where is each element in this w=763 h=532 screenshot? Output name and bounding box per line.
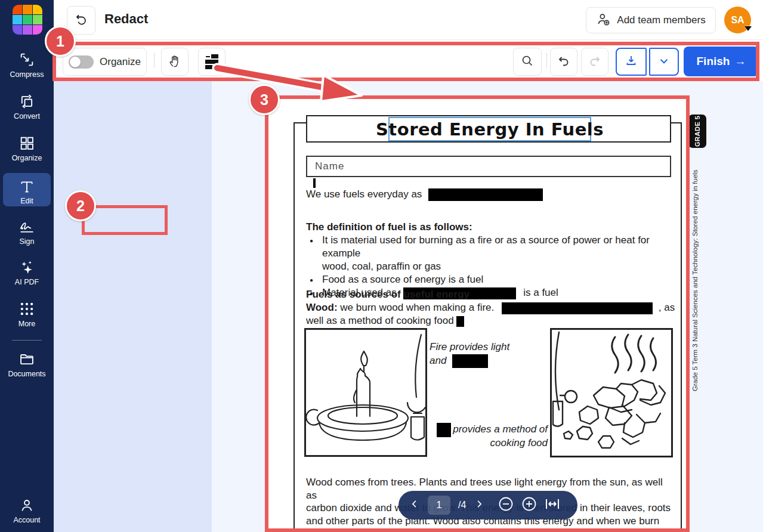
search-icon [520,54,535,70]
hand-tool-button[interactable] [161,48,189,76]
sidebar-item-compress[interactable]: Compress [3,51,51,79]
organize-icon [3,135,51,151]
redact-marks-icon [205,54,218,69]
wood-line-2: well as a method of cooking food [306,315,672,327]
app-logo[interactable] [13,5,42,35]
organize-toggle-label: Organize [100,56,141,68]
sidebar-item-ai-pdf[interactable]: AI PDF [3,259,51,286]
definition-heading: The definition of fuel is as follows: [306,221,672,233]
redo-icon [588,54,602,70]
next-page-icon[interactable] [474,499,484,512]
hand-icon [168,54,182,70]
avatar-caret-icon[interactable] [745,26,752,31]
folder-icon [3,351,51,367]
person-icon [3,497,51,514]
sidebar-item-documents[interactable]: Documents [3,351,51,378]
name-field-box[interactable]: Name [306,156,671,177]
download-button[interactable] [616,48,647,76]
total-pages-label: /4 [458,500,466,511]
ai-sparkles-icon [3,259,51,276]
wood-line-1: Wood: we burn wood when making a fire. ,… [306,302,672,314]
zoom-out-icon[interactable] [498,496,514,514]
worksheet-side-caption: Grade 5 Term 3 Natural Sciences and Tech… [691,153,705,391]
chevron-down-icon [657,54,671,70]
editor-toolbar: Organize Finish → [54,40,763,81]
redaction-box[interactable] [502,302,653,314]
candle-illustration [304,328,427,457]
annotation-step-2: 2 [65,190,96,221]
sidebar-item-convert[interactable]: Convert [3,93,51,120]
toolbar-divider [546,53,547,68]
page-controls: 1 /4 [399,491,577,519]
add-team-members-button[interactable]: Add team members [586,7,716,33]
arrow-right-icon: → [734,55,746,68]
person-plus-icon [596,11,611,30]
annotation-step-1: 1 [45,26,76,57]
current-page-input[interactable]: 1 [428,496,450,515]
organize-toggle[interactable] [69,55,94,69]
sidebar-item-sign[interactable]: Sign [3,218,51,246]
undo-button[interactable] [550,48,577,76]
coal-illustration [550,328,673,457]
download-icon [624,54,638,70]
worksheet-border [294,122,682,532]
top-bar: Redact Add team members SA [54,0,763,40]
previous-page-icon[interactable] [409,499,420,512]
title-selection-box[interactable]: Stored Energy In Fuels [388,117,591,141]
sidebar: Compress Convert Organize Edit Sign AI P… [0,0,54,532]
download-options-button[interactable] [649,48,679,76]
redo-button[interactable] [581,48,608,76]
toolbar-divider [154,53,155,68]
edit-text-icon [3,179,51,194]
toggle-knob [70,57,81,67]
worksheet-title: Stored Energy In Fuels [376,119,604,140]
organize-toggle-group[interactable]: Organize [63,48,147,76]
sidebar-item-organize[interactable]: Organize [3,135,51,162]
redaction-box[interactable] [437,423,451,437]
undo-icon [557,54,571,70]
undo-circle-icon [74,12,88,29]
sidebar-item-edit[interactable]: Edit [3,173,51,206]
document-page[interactable]: Stored Energy In Fuels Name We use fuels… [268,99,686,532]
page-title: Redact [104,11,148,27]
convert-icon [3,93,51,110]
compress-icon [3,51,51,68]
finish-button[interactable]: Finish → [684,47,759,76]
signature-icon [3,218,51,235]
zoom-in-icon[interactable] [521,496,537,514]
intro-line: We use fuels everyday as [306,188,672,201]
grade-5-tab: GRADE 5 [688,115,706,148]
sidebar-item-account[interactable]: Account [3,497,51,524]
redact-marks-button[interactable] [198,48,225,76]
thumbnail-panel [54,81,212,532]
coal-caption: provides a method of cooking food [437,422,548,450]
redaction-box[interactable] [452,354,488,368]
redaction-box[interactable] [456,316,464,327]
sidebar-item-more[interactable]: More [3,301,51,328]
text-caret [313,178,316,188]
fit-width-icon[interactable] [545,497,560,513]
search-button[interactable] [513,48,542,76]
annotation-step-3: 3 [249,84,280,115]
fuels-heading: Fuels as sources of useful energy [306,289,672,301]
name-label: Name [315,160,344,172]
fire-caption: Fire provides light and [430,340,531,368]
redaction-box[interactable] [428,188,543,201]
sidebar-divider [12,340,42,341]
more-grid-icon [3,301,51,317]
